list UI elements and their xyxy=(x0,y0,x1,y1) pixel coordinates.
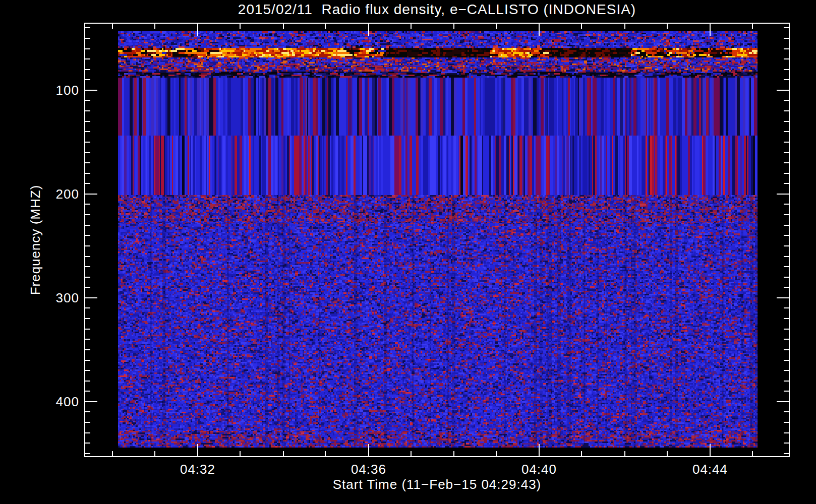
x-axis-minor-tick xyxy=(667,451,668,457)
y-axis-minor-tick xyxy=(84,183,90,184)
x-axis-minor-tick xyxy=(667,23,668,29)
x-axis-major-tick xyxy=(710,23,711,36)
x-axis-minor-tick xyxy=(453,451,454,457)
spectrogram-image xyxy=(118,31,757,448)
x-tick-label: 04:36 xyxy=(328,462,409,477)
y-axis-minor-tick xyxy=(84,204,90,205)
plot-title: 2015/02/11 Radio flux density, e−CALLIST… xyxy=(84,2,790,18)
x-axis-minor-tick xyxy=(453,23,454,29)
y-axis-minor-tick xyxy=(784,256,790,257)
y-tick-label: 300 xyxy=(39,290,79,306)
y-axis-minor-tick xyxy=(84,245,90,246)
y-axis-minor-tick xyxy=(784,235,790,236)
x-tick-label: 04:32 xyxy=(157,462,238,477)
x-axis-minor-tick xyxy=(624,451,625,457)
y-axis-major-tick xyxy=(84,194,97,195)
x-axis-minor-tick xyxy=(581,23,582,29)
x-tick-label: 04:44 xyxy=(670,462,750,477)
y-axis-minor-tick xyxy=(784,142,790,143)
x-axis-major-tick xyxy=(197,23,198,36)
y-axis-minor-tick xyxy=(784,432,790,433)
x-axis-minor-tick xyxy=(752,23,753,29)
callisto-spectrogram-page: 2015/02/11 Radio flux density, e−CALLIST… xyxy=(0,0,816,504)
y-axis-minor-tick xyxy=(84,391,90,392)
y-axis-minor-tick xyxy=(84,329,90,330)
y-axis-minor-tick xyxy=(84,121,90,122)
y-axis-minor-tick xyxy=(84,110,90,111)
y-axis-minor-tick xyxy=(784,443,790,444)
y-axis-minor-tick xyxy=(84,360,90,361)
y-axis-minor-tick xyxy=(84,48,90,49)
x-axis-minor-tick xyxy=(581,451,582,457)
y-axis-minor-tick xyxy=(784,287,790,288)
y-axis-minor-tick xyxy=(84,214,90,215)
y-axis-minor-tick xyxy=(84,100,90,101)
y-axis-minor-tick xyxy=(784,162,790,163)
x-axis-minor-tick xyxy=(325,451,326,457)
y-tick-label: 200 xyxy=(39,186,79,202)
y-axis-minor-tick xyxy=(84,432,90,433)
y-axis-minor-tick xyxy=(784,69,790,70)
y-axis-minor-tick xyxy=(84,370,90,371)
x-axis-major-tick xyxy=(368,23,369,36)
y-axis-minor-tick xyxy=(784,214,790,215)
x-axis-minor-tick xyxy=(154,451,155,457)
x-axis-minor-tick xyxy=(496,451,497,457)
x-axis-minor-tick xyxy=(154,23,155,29)
y-axis-minor-tick xyxy=(784,381,790,382)
y-axis-minor-tick xyxy=(784,411,790,412)
y-axis-minor-tick xyxy=(84,38,90,39)
y-axis-minor-tick xyxy=(784,360,790,361)
y-axis-minor-tick xyxy=(84,443,90,444)
y-axis-minor-tick xyxy=(84,131,90,132)
x-axis-major-tick xyxy=(368,444,369,457)
y-axis-minor-tick xyxy=(784,245,790,246)
y-axis-minor-tick xyxy=(84,256,90,257)
x-axis-major-tick xyxy=(539,444,540,457)
y-axis-minor-tick xyxy=(84,235,90,236)
y-axis-minor-tick xyxy=(784,131,790,132)
y-axis-minor-tick xyxy=(784,422,790,423)
y-axis-minor-tick xyxy=(784,121,790,122)
y-axis-minor-tick xyxy=(84,287,90,288)
y-axis-minor-tick xyxy=(784,152,790,153)
x-tick-label: 04:40 xyxy=(499,462,579,477)
y-axis-minor-tick xyxy=(784,48,790,49)
y-axis-minor-tick xyxy=(84,58,90,59)
y-axis-minor-tick xyxy=(84,381,90,382)
x-axis-minor-tick xyxy=(283,23,284,29)
y-axis-minor-tick xyxy=(784,349,790,350)
x-axis-minor-tick xyxy=(240,451,241,457)
y-axis-major-tick xyxy=(84,401,97,402)
y-axis-minor-tick xyxy=(84,318,90,319)
y-axis-minor-tick xyxy=(784,58,790,59)
y-tick-label: 400 xyxy=(39,394,79,410)
y-axis-minor-tick xyxy=(784,100,790,101)
y-axis-minor-tick xyxy=(84,339,90,340)
y-axis-minor-tick xyxy=(784,370,790,371)
y-axis-minor-tick xyxy=(84,277,90,278)
x-axis-major-tick xyxy=(197,444,198,457)
y-axis-major-tick xyxy=(777,90,790,91)
x-axis-minor-tick xyxy=(283,451,284,457)
y-axis-minor-tick xyxy=(84,173,90,174)
y-axis-minor-tick xyxy=(84,453,90,454)
x-axis-minor-tick xyxy=(624,23,625,29)
y-axis-minor-tick xyxy=(84,79,90,80)
x-axis-minor-tick xyxy=(325,23,326,29)
x-axis-minor-tick xyxy=(411,23,412,29)
x-axis-minor-tick xyxy=(112,451,113,457)
y-axis-minor-tick xyxy=(84,411,90,412)
y-axis-minor-tick xyxy=(84,69,90,70)
y-axis-minor-tick xyxy=(784,173,790,174)
x-axis-minor-tick xyxy=(496,23,497,29)
y-axis-minor-tick xyxy=(784,225,790,226)
y-axis-minor-tick xyxy=(784,266,790,267)
y-axis-major-tick xyxy=(777,401,790,402)
y-axis-minor-tick xyxy=(784,183,790,184)
y-axis-minor-tick xyxy=(784,204,790,205)
x-axis-minor-tick xyxy=(411,451,412,457)
y-tick-label: 100 xyxy=(39,82,79,98)
y-axis-major-tick xyxy=(777,194,790,195)
y-axis-minor-tick xyxy=(784,391,790,392)
